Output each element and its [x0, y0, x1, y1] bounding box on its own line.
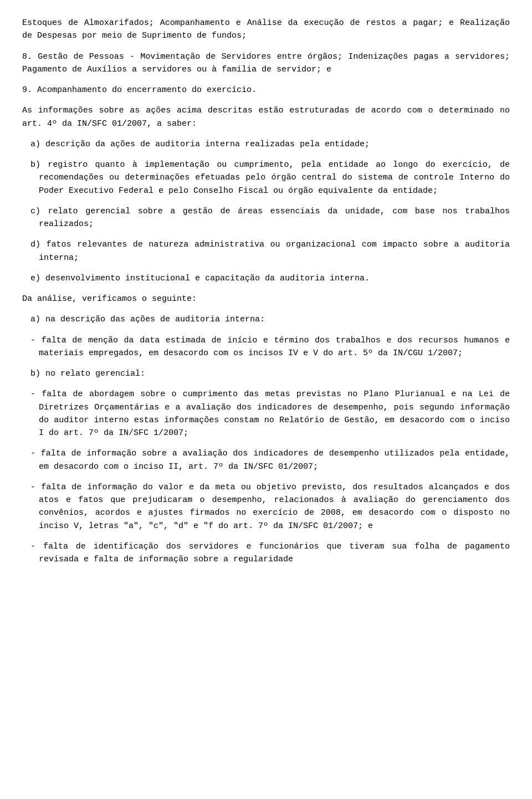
paragraph-10: Da análise, verificamos o seguinte: [22, 293, 510, 305]
paragraph-9: e) desenvolvimento institucional e capac… [22, 272, 510, 285]
paragraph-15: - falta de informação sobre a avaliação … [22, 447, 510, 473]
paragraph-4: As informações sobre as ações acima desc… [22, 104, 510, 130]
paragraph-16: - falta de informação do valor e da meta… [22, 481, 510, 532]
paragraph-7: c) relato gerencial sobre a gestão de ár… [22, 205, 510, 231]
paragraph-12: - falta de menção da data estimada de in… [22, 334, 510, 360]
paragraph-11: a) na descrição das ações de auditoria i… [22, 313, 510, 326]
paragraph-17: - falta de identificação dos servidores … [22, 540, 510, 566]
paragraph-13: b) no relato gerencial: [22, 367, 510, 380]
paragraph-6: b) registro quanto à implementação ou cu… [22, 158, 510, 197]
paragraph-8: d) fatos relevantes de natureza administ… [22, 238, 510, 264]
paragraph-2: 8. Gestão de Pessoas - Movimentação de S… [22, 50, 510, 76]
document-content: Estoques de Almoxarifados; Acompanhament… [22, 17, 510, 566]
paragraph-1: Estoques de Almoxarifados; Acompanhament… [22, 17, 510, 43]
paragraph-14: - falta de abordagem sobre o cumprimento… [22, 388, 510, 439]
paragraph-3: 9. Acompanhamento do encerramento do exe… [22, 84, 510, 96]
paragraph-5: a) descrição da ações de auditoria inter… [22, 138, 510, 151]
